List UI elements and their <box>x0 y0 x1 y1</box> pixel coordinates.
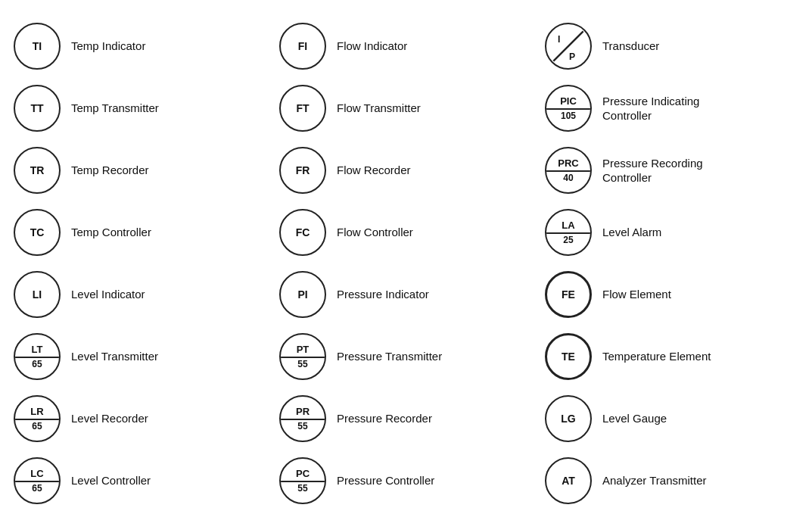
instrument-row: TI Temp Indicator <box>8 15 273 77</box>
instrument-row: FC Flow Controller <box>273 201 539 263</box>
instrument-label: Analyzer Transmitter <box>602 473 707 488</box>
instrument-row: FI Flow Indicator <box>273 15 539 77</box>
instrument-row: AT Analyzer Transmitter <box>539 450 804 511</box>
instrument-label: Temp Indicator <box>71 39 145 54</box>
split-circle-symbol: PIC 105 <box>545 85 592 132</box>
instrument-label: Level Alarm <box>602 225 661 240</box>
instrument-label: Level Indicator <box>71 287 145 302</box>
instrument-row: PR 55 Pressure Recorder <box>273 388 539 450</box>
instrument-grid: TI Temp Indicator FI Flow Indicator <box>8 15 804 511</box>
instrument-label: Flow Recorder <box>337 163 411 178</box>
simple-circle-symbol: TC <box>14 209 61 256</box>
instrument-row: PC 55 Pressure Controller <box>273 450 539 511</box>
instrument-row: LC 65 Level Controller <box>8 450 273 511</box>
instrument-row: PT 55 Pressure Transmitter <box>273 326 539 388</box>
simple-circle-symbol: AT <box>545 457 592 504</box>
split-circle-symbol: PC 55 <box>279 457 326 504</box>
instrument-row: LI Level Indicator <box>8 263 273 326</box>
instrument-label: Temp Transmitter <box>71 101 159 116</box>
instrument-row: PIC 105 Pressure IndicatingController <box>539 77 804 139</box>
thick-circle-symbol: TE <box>545 333 592 380</box>
instrument-row: FE Flow Element <box>539 263 804 326</box>
instrument-label: Temp Controller <box>71 225 151 240</box>
instrument-label: Flow Element <box>602 287 671 302</box>
instrument-label: Pressure Controller <box>337 473 434 488</box>
instrument-label: Transducer <box>602 39 659 54</box>
split-circle-symbol: PR 55 <box>279 395 326 442</box>
simple-circle-symbol: LG <box>545 395 592 442</box>
instrument-row: FR Flow Recorder <box>273 139 539 201</box>
split-circle-symbol: LT 65 <box>14 333 61 380</box>
instrument-row: LA 25 Level Alarm <box>539 201 804 263</box>
simple-circle-symbol: PI <box>279 271 326 318</box>
svg-text:I: I <box>558 34 560 45</box>
instrument-row: FT Flow Transmitter <box>273 77 539 139</box>
simple-circle-symbol: FR <box>279 147 326 194</box>
instrument-row: LT 65 Level Transmitter <box>8 326 273 388</box>
instrument-row: TC Temp Controller <box>8 201 273 263</box>
instrument-label: Level Gauge <box>602 411 667 426</box>
svg-text:P: P <box>569 51 575 62</box>
instrument-label: Flow Transmitter <box>337 101 421 116</box>
simple-circle-symbol: TI <box>14 23 61 70</box>
split-circle-symbol: LR 65 <box>14 395 61 442</box>
split-circle-symbol: LA 25 <box>545 209 592 256</box>
instrument-row: TR Temp Recorder <box>8 139 273 201</box>
instrument-row: TE Temperature Element <box>539 326 804 388</box>
simple-circle-symbol: LI <box>14 271 61 318</box>
simple-circle-symbol: TT <box>14 85 61 132</box>
split-circle-symbol: PRC 40 <box>545 147 592 194</box>
instrument-row: PI Pressure Indicator <box>273 263 539 326</box>
instrument-row: TT Temp Transmitter <box>8 77 273 139</box>
split-circle-symbol: LC 65 <box>14 457 61 504</box>
instrument-label: Level Recorder <box>71 411 148 426</box>
instrument-label: Pressure RecordingController <box>602 156 703 185</box>
instrument-label: Temp Recorder <box>71 163 149 178</box>
instrument-label: Level Controller <box>71 473 151 488</box>
instrument-row: LR 65 Level Recorder <box>8 388 273 450</box>
instrument-label: Pressure Indicator <box>337 287 429 302</box>
simple-circle-symbol: FC <box>279 209 326 256</box>
split-circle-symbol: PT 55 <box>279 333 326 380</box>
instrument-label: Flow Indicator <box>337 39 407 54</box>
instrument-label: Pressure Transmitter <box>337 349 442 364</box>
transducer-symbol: I P <box>545 23 592 70</box>
instrument-label: Pressure Recorder <box>337 411 432 426</box>
instrument-label: Level Transmitter <box>71 349 158 364</box>
simple-circle-symbol: TR <box>14 147 61 194</box>
instrument-row: PRC 40 Pressure RecordingController <box>539 139 804 201</box>
instrument-label: Pressure IndicatingController <box>602 94 699 123</box>
simple-circle-symbol: FI <box>279 23 326 70</box>
instrument-row: I P Transducer <box>539 15 804 77</box>
instrument-label: Flow Controller <box>337 225 413 240</box>
thick-circle-symbol: FE <box>545 271 592 318</box>
instrument-label: Temperature Element <box>602 349 711 364</box>
simple-circle-symbol: FT <box>279 85 326 132</box>
instrument-row: LG Level Gauge <box>539 388 804 450</box>
